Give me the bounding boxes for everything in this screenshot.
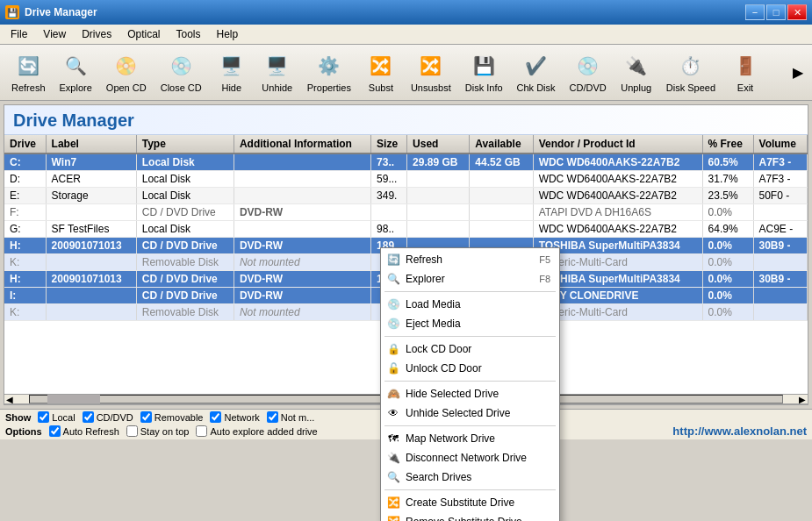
cell-label bbox=[46, 288, 136, 304]
close-button[interactable]: ✕ bbox=[787, 4, 807, 20]
context-menu: 🔄RefreshF5🔍ExplorerF8💿Load Media💿Eject M… bbox=[380, 247, 560, 521]
toolbar-cd-dvd[interactable]: 💿 CD/DVD bbox=[564, 48, 613, 96]
option-stay-on-top[interactable]: Stay on top bbox=[126, 425, 190, 437]
ctx-item-shortcut: F5 bbox=[539, 254, 550, 265]
cell-info bbox=[234, 188, 370, 204]
cell-label bbox=[46, 204, 136, 221]
auto-refresh-label: Auto Refresh bbox=[63, 426, 119, 437]
website-link[interactable]: http://www.alexnolan.net bbox=[672, 425, 807, 438]
ctx-separator bbox=[384, 381, 556, 382]
toolbar-unhide[interactable]: 🖥️ Unhide bbox=[255, 48, 299, 96]
cell-free: 31.7% bbox=[702, 171, 753, 188]
show-removable[interactable]: Removable bbox=[140, 411, 204, 423]
toolbar-properties[interactable]: ⚙️ Properties bbox=[301, 48, 357, 96]
toolbar-chk-disk[interactable]: ✔️ Chk Disk bbox=[511, 48, 562, 96]
toolbar-hide[interactable]: 🖥️ Hide bbox=[210, 48, 254, 96]
ctx-item-icon: 🔍 bbox=[386, 272, 400, 286]
toolbar-exit[interactable]: 🚪 Exit bbox=[723, 48, 767, 96]
toolbar-refresh[interactable]: 🔄 Refresh bbox=[5, 48, 52, 96]
menu-drives[interactable]: Drives bbox=[75, 26, 119, 42]
options-label: Options bbox=[5, 426, 42, 437]
ctx-item-map-network-drive[interactable]: 🗺Map Network Drive bbox=[381, 429, 559, 448]
ctx-item-remove-substitute-drive[interactable]: 🔀Remove Substitute Drive bbox=[381, 512, 559, 521]
menu-view[interactable]: View bbox=[36, 26, 73, 42]
cell-label: 200901071013 bbox=[46, 271, 136, 288]
toolbar-unsubst[interactable]: 🔀 Unsusbst bbox=[405, 48, 457, 96]
ctx-item-load-media[interactable]: 💿Load Media bbox=[381, 295, 559, 314]
toolbar-close-cd[interactable]: 💿 Close CD bbox=[154, 48, 208, 96]
option-auto-refresh[interactable]: Auto Refresh bbox=[49, 425, 119, 437]
ctx-item-unhide-selected-drive[interactable]: 👁Unhide Selected Drive bbox=[381, 403, 559, 423]
hide-icon: 🖥️ bbox=[218, 52, 246, 80]
toolbar-more-arrow[interactable]: ▶ bbox=[789, 61, 807, 84]
cell-vendor: WDC WD6400AAKS-22A7B2 bbox=[533, 221, 702, 238]
show-network-checkbox[interactable] bbox=[210, 411, 221, 423]
show-local-label: Local bbox=[52, 412, 75, 423]
show-local-checkbox[interactable] bbox=[38, 411, 49, 423]
ctx-item-lock-cd-door[interactable]: 🔒Lock CD Door bbox=[381, 339, 559, 359]
ctx-item-unlock-cd-door[interactable]: 🔓Unlock CD Door bbox=[381, 359, 559, 378]
toolbar-unplug[interactable]: 🔌 Unplug bbox=[614, 48, 658, 96]
ctx-item-icon: 💿 bbox=[386, 317, 400, 331]
cell-volume bbox=[753, 304, 807, 321]
toolbar-disk-speed[interactable]: ⏱️ Disk Speed bbox=[660, 48, 722, 96]
show-not-mounted[interactable]: Not m... bbox=[267, 411, 315, 423]
ctx-item-explorer[interactable]: 🔍ExplorerF8 bbox=[381, 269, 559, 289]
ctx-item-create-substitute-drive[interactable]: 🔀Create Substitute Drive bbox=[381, 493, 559, 512]
scroll-thumb[interactable] bbox=[47, 395, 100, 403]
show-local[interactable]: Local bbox=[38, 411, 75, 423]
toolbar-subst[interactable]: 🔀 Subst bbox=[359, 48, 403, 96]
ctx-item-search-drives[interactable]: 🔍Search Drives bbox=[381, 467, 559, 487]
ctx-item-refresh[interactable]: 🔄RefreshF5 bbox=[381, 250, 559, 269]
menu-tools[interactable]: Tools bbox=[169, 26, 208, 42]
stay-on-top-checkbox[interactable] bbox=[126, 425, 138, 437]
show-cddvd[interactable]: CD/DVD bbox=[83, 411, 133, 423]
cell-volume bbox=[753, 254, 807, 271]
show-cddvd-label: CD/DVD bbox=[97, 412, 133, 423]
ctx-item-label: Lock CD Door bbox=[406, 343, 471, 355]
show-cddvd-checkbox[interactable] bbox=[83, 411, 94, 423]
ctx-item-icon: 👁 bbox=[386, 406, 400, 420]
cell-info: Not mounted bbox=[234, 304, 370, 321]
cell-free: 0.0% bbox=[702, 238, 753, 254]
ctx-item-label: Eject Media bbox=[406, 318, 461, 330]
table-row[interactable]: C: Win7 Local Disk 73.. 29.89 GB 44.52 G… bbox=[4, 153, 808, 171]
scroll-left-button[interactable]: ◀ bbox=[4, 395, 15, 404]
menu-help[interactable]: Help bbox=[210, 26, 246, 42]
show-removable-checkbox[interactable] bbox=[140, 411, 152, 423]
title-bar-title: Drive Manager bbox=[25, 6, 97, 18]
cell-used bbox=[407, 221, 470, 238]
table-row[interactable]: D: ACER Local Disk 59... WDC WD6400AAKS-… bbox=[4, 171, 808, 188]
minimize-button[interactable]: − bbox=[745, 4, 765, 20]
toolbar-explore[interactable]: 🔍 Explore bbox=[54, 48, 98, 96]
toolbar-explore-label: Explore bbox=[60, 82, 92, 93]
ctx-item-disconnect-network-drive[interactable]: 🔌Disconnect Network Drive bbox=[381, 448, 559, 467]
cell-type: CD / DVD Drive bbox=[136, 288, 234, 304]
table-row[interactable]: E: Storage Local Disk 349. WDC WD6400AAK… bbox=[4, 188, 808, 204]
menu-file[interactable]: File bbox=[4, 26, 34, 42]
cell-used bbox=[407, 171, 470, 188]
show-network[interactable]: Network bbox=[210, 411, 259, 423]
auto-refresh-checkbox[interactable] bbox=[49, 425, 61, 437]
table-row[interactable]: G: SF TestFiles Local Disk 98.. WDC WD64… bbox=[4, 221, 808, 238]
toolbar-open-cd[interactable]: 📀 Open CD bbox=[100, 48, 153, 96]
cell-label bbox=[46, 304, 136, 321]
toolbar-disk-info[interactable]: 💾 Disk Info bbox=[459, 48, 509, 96]
cell-available bbox=[470, 204, 533, 221]
ctx-item-hide-selected-drive[interactable]: 🙈Hide Selected Drive bbox=[381, 384, 559, 403]
option-auto-explore[interactable]: Auto explore added drive bbox=[196, 425, 317, 437]
maximize-button[interactable]: □ bbox=[766, 4, 786, 20]
cell-free: 0.0% bbox=[702, 288, 753, 304]
show-not-mounted-checkbox[interactable] bbox=[267, 411, 278, 423]
table-row[interactable]: F: CD / DVD Drive DVD-RW ATAPI DVD A DH1… bbox=[4, 204, 808, 221]
cell-available bbox=[470, 221, 533, 238]
properties-icon: ⚙️ bbox=[315, 52, 343, 80]
ctx-item-icon: 🔄 bbox=[386, 253, 400, 267]
ctx-item-eject-media[interactable]: 💿Eject Media bbox=[381, 314, 559, 333]
menu-optical[interactable]: Optical bbox=[120, 26, 167, 42]
auto-explore-checkbox[interactable] bbox=[196, 425, 207, 437]
ctx-item-icon: 💿 bbox=[386, 297, 400, 311]
cell-used bbox=[407, 204, 470, 221]
scroll-right-button[interactable]: ▶ bbox=[797, 395, 808, 404]
toolbar-unhide-label: Unhide bbox=[262, 82, 292, 93]
